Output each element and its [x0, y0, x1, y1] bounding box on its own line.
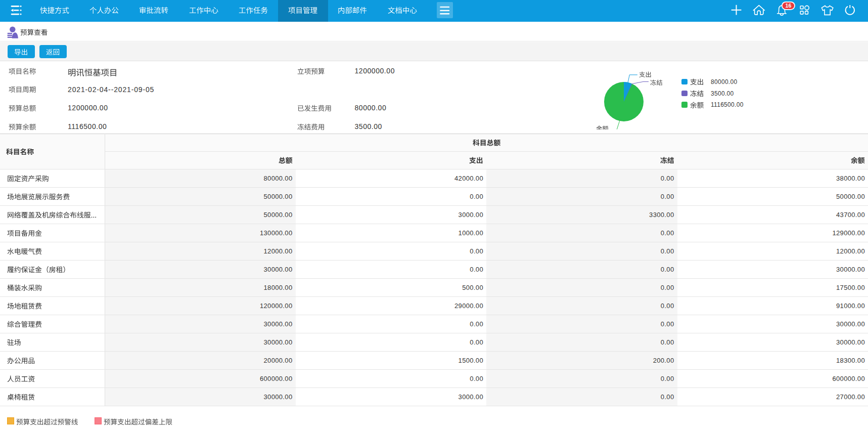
svg-text:16: 16: [785, 3, 791, 9]
